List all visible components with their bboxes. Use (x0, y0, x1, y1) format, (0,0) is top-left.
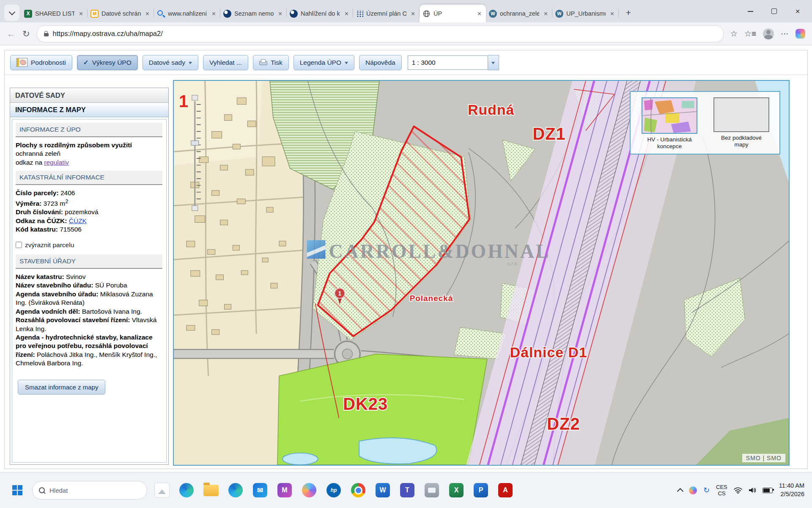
katastr-row: Číslo parcely: 2406 (16, 189, 162, 197)
label-rudna: Rudná (468, 102, 514, 118)
start-button[interactable] (8, 480, 27, 500)
tray-chevron-up-icon[interactable] (677, 488, 684, 494)
file-explorer-icon[interactable] (201, 480, 221, 500)
map-details-icon (16, 58, 27, 67)
chevron-down-icon (189, 62, 192, 66)
close-icon[interactable] (409, 10, 417, 17)
refresh-icon[interactable]: ↻ (22, 29, 30, 38)
microsoft365-icon[interactable] (275, 480, 294, 500)
urady-row: Název katastru: Svinov (16, 273, 162, 281)
restore-button[interactable] (762, 0, 786, 22)
label-dz2: DZ2 (547, 414, 580, 433)
close-icon[interactable] (476, 10, 483, 17)
back-icon[interactable]: ← (7, 29, 16, 38)
minimize-button[interactable] (738, 0, 762, 22)
copilot-icon[interactable] (299, 480, 319, 500)
vyhledat-button[interactable]: Vyhledat ... (203, 55, 248, 70)
wifi-icon[interactable] (734, 487, 742, 494)
page: Podrobnosti ✓ Výkresy ÚPO Datové sady Vy… (0, 45, 812, 472)
basemap-thumbnail-hv[interactable] (642, 97, 697, 134)
taskbar-search[interactable]: Hledat (32, 481, 147, 500)
podrobnosti-button[interactable]: Podrobnosti (10, 55, 72, 70)
zoom-slider-handle[interactable] (191, 141, 199, 145)
datove-sady-dropdown[interactable]: Datové sady (143, 55, 198, 70)
scale-dropdown-button[interactable] (488, 55, 499, 70)
sidebar: DATOVÉ SADY INFORMACE Z MAPY INFORMACE Z… (10, 88, 169, 465)
wordpress-icon (555, 10, 563, 18)
basemap-option-hv[interactable]: HV - Urbanistická koncepce (642, 97, 697, 148)
powerbi-icon[interactable] (471, 480, 491, 500)
tab-nahlizeni[interactable]: www.nahlizeni (154, 5, 220, 22)
window-controls (738, 0, 809, 22)
tab-shared-list[interactable]: SHARED LIST ( (21, 5, 88, 22)
cuzk-link[interactable]: ČÚZK (69, 217, 87, 224)
upo-subheading: ochranná zeleň (16, 149, 162, 158)
close-icon[interactable] (343, 10, 350, 17)
map-copyright: SMO | SMO (742, 454, 785, 462)
close-icon[interactable] (77, 10, 85, 17)
tab-uzemni-plan[interactable]: Územní plán O (353, 5, 420, 22)
sync-tray-icon[interactable]: ↻ (703, 486, 710, 494)
close-icon[interactable] (542, 10, 549, 17)
basemap-thumbnail-none[interactable] (713, 97, 769, 132)
remote-desktop-icon[interactable] (422, 480, 442, 500)
tab-list-chevron-button[interactable] (4, 5, 19, 21)
upo-heading: Plochy s rozdílným způsobem využití (16, 141, 132, 149)
regulativ-link[interactable]: regulativ (44, 159, 69, 166)
legenda-upo-dropdown[interactable]: Legenda ÚPO (294, 55, 354, 70)
accordion-datove-sady[interactable]: DATOVÉ SADY (10, 88, 168, 103)
close-icon[interactable] (609, 10, 616, 17)
copilot-icon[interactable] (796, 29, 805, 39)
favorites-collections-icon[interactable]: ☆≡ (744, 29, 756, 39)
battery-icon[interactable] (763, 488, 773, 493)
excel-icon[interactable] (447, 480, 466, 500)
close-window-button[interactable] (786, 0, 809, 22)
napoveda-button[interactable]: Nápověda (359, 55, 402, 70)
scale-combobox: 1 : 3000 (408, 55, 499, 70)
check-icon: ✓ (83, 59, 89, 66)
highlight-parcel-checkbox[interactable] (16, 242, 22, 248)
tab-seznam-nemovitosti[interactable]: Seznam nemo (220, 5, 287, 22)
label-dalnice-d1: Dálnice D1 (510, 344, 587, 360)
smazat-informace-button[interactable]: Smazat informace z mapy (18, 380, 105, 395)
edge-icon[interactable] (177, 480, 196, 500)
word-icon[interactable] (373, 480, 392, 500)
teams-icon[interactable] (398, 480, 417, 500)
clock[interactable]: 11:40 AM 2/5/2026 (779, 482, 804, 498)
language-switcher[interactable]: CES CS (716, 484, 727, 497)
favorite-star-icon[interactable]: ☆ (730, 29, 738, 39)
photos-icon[interactable] (152, 480, 172, 500)
new-tab-button[interactable] (621, 6, 636, 20)
vykresy-upo-button[interactable]: ✓ Výkresy ÚPO (77, 55, 138, 70)
search-icon (157, 10, 165, 18)
volume-icon[interactable] (749, 487, 756, 494)
accordion-informace-z-mapy[interactable]: INFORMACE Z MAPY (10, 103, 168, 117)
lock-icon[interactable] (44, 33, 49, 36)
tab-ochranna-zelen[interactable]: ochranna_zele (486, 5, 552, 22)
scale-input[interactable]: 1 : 3000 (408, 55, 488, 70)
globe-icon (422, 10, 431, 18)
acrobat-icon[interactable] (496, 480, 515, 500)
basemap-option-none[interactable]: Bez podkladové mapy (713, 97, 769, 148)
label-polanecka: Polanecká (410, 294, 453, 303)
more-options-icon[interactable]: ⋯ (781, 29, 789, 39)
copilot-tray-icon[interactable] (689, 486, 697, 494)
url-input[interactable]: https://mapy.ostrava.cz/uha/mapa2/ (37, 25, 724, 42)
hp-icon[interactable] (324, 480, 343, 500)
tab-up-urbanismus[interactable]: UP_Urbanismu (552, 5, 619, 22)
section-katastralni-informace: KATASTRÁLNÍ INFORMACE (16, 171, 162, 185)
tab-datove-schranky[interactable]: Datové schrán (88, 5, 154, 22)
tisk-button[interactable]: Tisk (253, 55, 289, 70)
section-stavebni-urady: STAVEBNÍ ÚŘADY (16, 254, 162, 269)
map-viewport[interactable]: 1 1 Rudná DZ1 Polanecká Dálnice D1 DK23 … (173, 80, 790, 466)
outlook-icon[interactable] (250, 480, 270, 500)
close-icon[interactable] (277, 10, 284, 17)
edge-icon[interactable] (226, 480, 245, 500)
close-icon[interactable] (210, 10, 217, 17)
close-icon[interactable] (144, 10, 151, 17)
browser-tab-bar: SHARED LIST ( Datové schrán www.nahlizen… (0, 0, 812, 22)
tab-up-active[interactable]: ÚP (420, 5, 486, 22)
chrome-icon[interactable] (348, 480, 368, 500)
tab-nahlizeni-kn[interactable]: Nahlížení do k (287, 5, 353, 22)
profile-avatar[interactable] (763, 28, 774, 39)
